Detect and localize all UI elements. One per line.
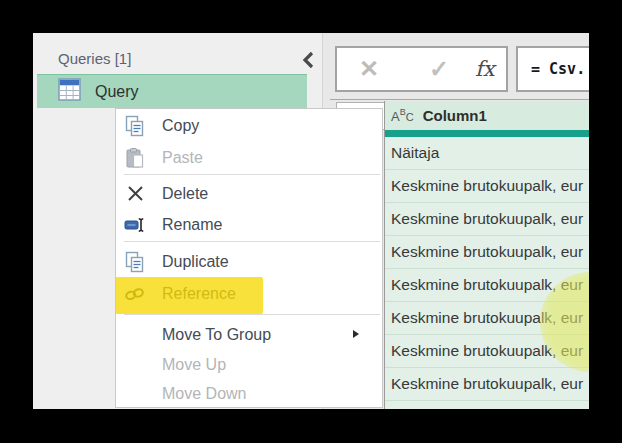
column-header[interactable]: ABC Column1 xyxy=(385,101,589,130)
table-row[interactable]: Keskmine brutokuupalk, eur xyxy=(385,269,589,302)
formula-text: = Csv. xyxy=(531,48,585,90)
menu-item-reference[interactable]: Reference xyxy=(116,278,382,309)
screenshot-stage: Queries [1] Query xyxy=(0,0,622,443)
column-name: Column1 xyxy=(423,107,487,124)
submenu-arrow-icon xyxy=(353,330,359,338)
chevron-left-icon xyxy=(299,50,317,70)
table-row[interactable]: Keskmine brutokuupalk, eur xyxy=(385,203,589,236)
table-row[interactable]: Keskmine brutokuupalk, eur xyxy=(385,170,589,203)
confirm-formula-icon[interactable]: ✓ xyxy=(429,48,449,90)
table-row[interactable]: Näitaja xyxy=(385,137,589,170)
menu-item-move-to-group[interactable]: Move To Group xyxy=(116,319,382,350)
menu-separator xyxy=(124,314,380,315)
table-row[interactable]: Keskmine brutokuupalk, eur xyxy=(385,236,589,269)
menu-item-move-up[interactable]: Move Up xyxy=(116,349,382,380)
table-row[interactable] xyxy=(385,401,589,409)
menu-item-delete[interactable]: Delete xyxy=(116,178,382,209)
menu-separator xyxy=(124,174,380,175)
query-context-menu: Copy Paste xyxy=(115,108,383,408)
fx-icon: fx xyxy=(475,48,495,90)
queries-pane-title: Queries [1] xyxy=(58,50,131,67)
column-quality-bar xyxy=(385,130,589,137)
paste-icon xyxy=(122,147,148,169)
table-row[interactable]: Keskmine brutokuupalk, eur xyxy=(385,302,589,335)
menu-item-paste[interactable]: Paste xyxy=(116,142,382,173)
cancel-formula-icon[interactable]: ✕ xyxy=(359,48,379,90)
duplicate-icon xyxy=(122,251,148,273)
formula-input[interactable]: = Csv. xyxy=(516,46,589,92)
copy-icon xyxy=(122,115,148,137)
table-icon xyxy=(58,78,81,105)
table-rows: Näitaja Keskmine brutokuupalk, eur Keskm… xyxy=(385,137,589,409)
menu-item-copy[interactable]: Copy xyxy=(116,110,382,141)
query-list-item[interactable]: Query xyxy=(37,74,307,108)
delete-icon xyxy=(122,185,148,202)
collapse-pane-button[interactable] xyxy=(299,50,317,70)
text-type-icon[interactable]: ABC xyxy=(391,107,414,125)
menu-item-rename[interactable]: Rename xyxy=(116,209,382,240)
query-name: Query xyxy=(95,83,139,101)
table-row[interactable]: Keskmine brutokuupalk, eur xyxy=(385,368,589,401)
rename-icon xyxy=(122,216,148,234)
menu-item-duplicate[interactable]: Duplicate xyxy=(116,246,382,277)
menu-item-move-down[interactable]: Move Down xyxy=(116,378,382,409)
reference-icon xyxy=(122,285,148,303)
formula-bar-buttons: ✕ ✓ fx xyxy=(335,46,508,92)
table-row[interactable]: Keskmine brutokuupalk, eur xyxy=(385,335,589,368)
menu-separator xyxy=(124,241,380,242)
power-query-editor-window: Queries [1] Query xyxy=(33,33,589,409)
